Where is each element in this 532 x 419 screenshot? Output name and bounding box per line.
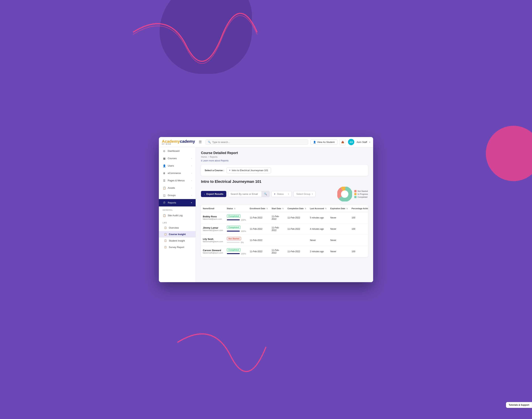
sidebar-label-student-insight: Student Insight xyxy=(169,239,185,242)
search-icon: 🔍 xyxy=(208,141,211,144)
student-email-2: fakeemail4@aom.com xyxy=(203,240,223,243)
table-row: Carson Steward fakeemail5@aom.com Comple… xyxy=(201,246,368,257)
cell-status-1: Completed 100% xyxy=(225,223,248,235)
hamburger-button[interactable]: ☰ xyxy=(197,139,203,145)
cell-percentage-3: 100 xyxy=(350,246,368,257)
student-name-3: Carson Steward xyxy=(203,249,223,252)
pages-icon: ☰ xyxy=(162,179,166,182)
sidebar-item-groups[interactable]: ◫ Groups › xyxy=(159,192,196,199)
sidebar-item-overview[interactable]: 📋 Overview xyxy=(159,224,196,231)
breadcrumb-current: Reports xyxy=(210,156,217,158)
cell-status-2: Not Started 0% xyxy=(225,235,248,246)
table-row: Bobby Ross fakeemail@aom.com Completed 1… xyxy=(201,212,368,223)
sidebar-item-student-insight[interactable]: 📋 Student Insight xyxy=(159,237,196,244)
col-name-email: Name/Email xyxy=(201,205,225,212)
cell-status-0: Completed 100% xyxy=(225,212,248,223)
col-completion-date[interactable]: Completion Date ⇅ xyxy=(286,205,308,212)
sidebar-label-assets: Assets xyxy=(168,186,175,189)
main-layout: ⊙ Dashboard ▦ Courses › 👤 Users › 🖥 eCom… xyxy=(159,147,373,282)
sort-icon-completion: ⇅ xyxy=(305,208,306,210)
sidebar-item-pages-menus[interactable]: ☰ Pages & Menus › xyxy=(159,177,196,184)
cell-percentage-2 xyxy=(350,235,368,246)
sort-icon-start: ⇅ xyxy=(282,208,284,210)
status-badge-1: Completed xyxy=(227,226,241,229)
cell-name-2: Lily Sesh fakeemail4@aom.com xyxy=(201,235,225,246)
course-insight-icon: 📋 xyxy=(164,233,167,236)
cell-completion-2 xyxy=(286,235,308,246)
user-name[interactable]: Aom Staff xyxy=(357,141,367,144)
status-badge-0: Completed xyxy=(227,214,241,218)
search-bar: 🔍 xyxy=(205,139,308,145)
cell-enrollment-1: 11-Feb-2022 xyxy=(248,223,270,235)
sidebar-item-course-insight[interactable]: 📋 Course Insight xyxy=(159,231,196,237)
status-badge-3: Completed xyxy=(227,248,241,251)
progress-fill-3 xyxy=(227,253,240,254)
course-dropdown[interactable]: ▾ Intro to Electrical Journeyman 101 xyxy=(226,168,271,173)
learn-more-link[interactable]: ℹ Learn more about Reports xyxy=(201,159,368,162)
cell-last-accessed-3: 2 minutes ago xyxy=(308,246,329,257)
cell-completion-1: 11-Feb-2022 xyxy=(286,223,308,235)
view-as-student-button[interactable]: 👤 View As Student xyxy=(310,139,337,145)
bell-icon: 📤 xyxy=(341,141,344,144)
sort-icon-last-accessed: ⇅ xyxy=(325,208,327,210)
student-name-2: Lily Sesh xyxy=(203,238,223,240)
col-enrollment-date[interactable]: Enrollment Date ⇅ xyxy=(248,205,270,212)
sidebar-label-reports: Reports xyxy=(168,201,176,204)
group-dropdown[interactable]: Select Group ▾ xyxy=(293,191,316,197)
student-name-1: Jimmy Lamar xyxy=(203,226,223,229)
cell-last-accessed-2: Never xyxy=(308,235,329,246)
export-label: Export Results xyxy=(207,193,224,195)
chevron-icon: › xyxy=(191,194,192,196)
ecommerce-icon: 🖥 xyxy=(162,172,166,175)
legend-item-completed: Completed xyxy=(354,196,368,198)
col-status[interactable]: Status ⇅ xyxy=(225,205,248,212)
sidebar-item-users[interactable]: 👤 Users › xyxy=(159,162,196,170)
cell-percentage-1: 100 xyxy=(350,223,368,235)
col-last-accessed[interactable]: Last Accessed ⇅ xyxy=(308,205,329,212)
cell-status-3: Completed 100% xyxy=(225,246,248,257)
search-filter-button[interactable]: 🔍 xyxy=(262,191,269,197)
sidebar-item-reports[interactable]: ⏱ Reports ▾ xyxy=(159,199,196,207)
cell-enrollment-0: 11-Feb-2022 xyxy=(248,212,270,223)
global-search-input[interactable] xyxy=(212,141,306,144)
sidebar-item-assets[interactable]: 📋 Assets › xyxy=(159,184,196,192)
chevron-icon: › xyxy=(191,187,192,189)
sidebar: ⊙ Dashboard ▦ Courses › 👤 Users › 🖥 eCom… xyxy=(159,147,196,282)
sidebar-item-site-audit-log[interactable]: 📋 Site Audit Log xyxy=(159,212,196,219)
chart-legend: Not Started In Progress Completed xyxy=(354,190,368,198)
col-start-date[interactable]: Start Date ⇅ xyxy=(270,205,286,212)
toolbar-row: ↓ Export Results 🔍 ▾ Status ▾ Select Gro… xyxy=(201,187,368,201)
student-insight-icon: 📋 xyxy=(164,239,167,242)
breadcrumb-home[interactable]: Home xyxy=(201,156,207,158)
sidebar-label-pages: Pages & Menus xyxy=(168,179,185,182)
course-selector-row: Select a Course : ▾ Intro to Electrical … xyxy=(201,165,368,176)
status-placeholder: Status xyxy=(277,193,284,195)
col-expiration-date[interactable]: Expiration Date ⇅ xyxy=(328,205,350,212)
cell-start-0: 11-Feb-2022 xyxy=(270,212,286,223)
reports-icon: ⏱ xyxy=(162,201,166,204)
course-selector-label: Select a Course : xyxy=(205,169,224,172)
student-name-0: Bobby Ross xyxy=(203,215,223,218)
sidebar-label-site-audit: Site Audit Log xyxy=(168,214,183,217)
status-filter-icon: ▾ xyxy=(274,193,275,195)
name-email-search-input[interactable] xyxy=(228,191,262,197)
top-bar: Academycademy OF MINE ☰ 🔍 👤 View As Stud… xyxy=(159,137,373,147)
breadcrumb-sep: / xyxy=(208,156,209,158)
sidebar-item-dashboard[interactable]: ⊙ Dashboard xyxy=(159,147,196,155)
cell-name-3: Carson Steward fakeemail5@aom.com xyxy=(201,246,225,257)
status-dropdown[interactable]: ▾ Status ▾ xyxy=(271,191,292,197)
export-button[interactable]: ↓ Export Results xyxy=(201,191,226,197)
page-title: Course Detailed Report xyxy=(201,151,368,155)
cell-expiration-0: Never xyxy=(328,212,350,223)
progress-label-1: 100% xyxy=(241,230,246,232)
audit-log-icon: 📋 xyxy=(162,214,166,217)
sidebar-label-dashboard: Dashboard xyxy=(168,150,180,152)
sidebar-item-ecommerce[interactable]: 🖥 eCommerce › xyxy=(159,170,196,177)
sidebar-item-survey-report[interactable]: 📋 Survey Report xyxy=(159,244,196,250)
learn-more-text: Learn more about Reports xyxy=(203,159,228,162)
content-area: Course Detailed Report Home / Reports ℹ … xyxy=(196,147,373,282)
tutorials-support-button[interactable]: Tutorials & Support xyxy=(506,402,532,408)
notification-button[interactable]: 📤 xyxy=(340,139,346,145)
sidebar-item-courses[interactable]: ▦ Courses › xyxy=(159,155,196,162)
logo-area: Academycademy OF MINE xyxy=(162,139,195,145)
